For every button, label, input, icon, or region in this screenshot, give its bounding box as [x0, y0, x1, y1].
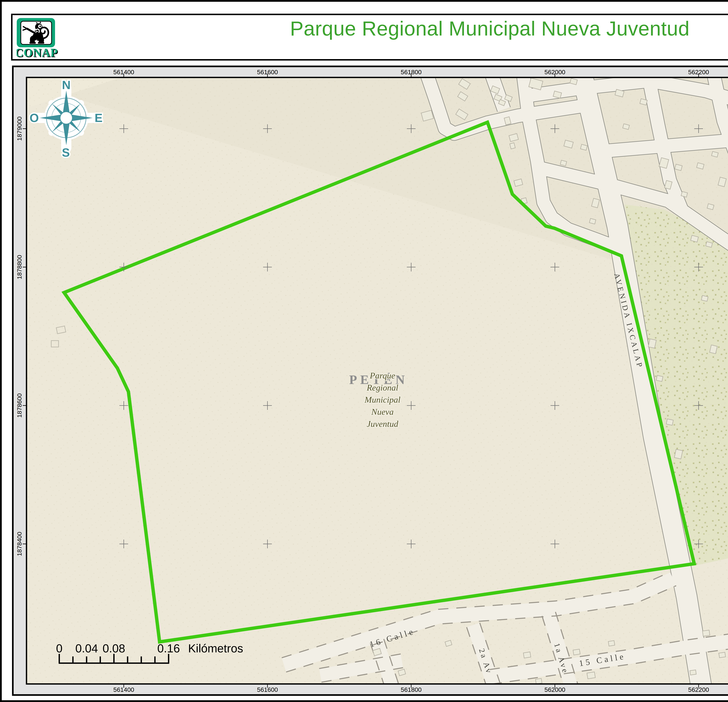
- svg-text:CONAP: CONAP: [17, 46, 58, 59]
